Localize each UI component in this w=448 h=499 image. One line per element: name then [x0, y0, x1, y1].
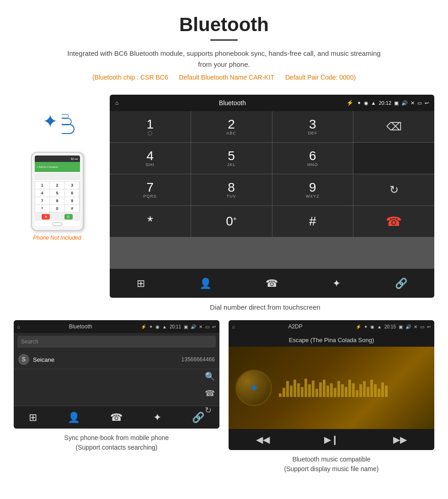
dialpad-backspace[interactable]: ⌫: [353, 111, 434, 142]
phone-not-included-label: Phone Not Included: [33, 235, 81, 241]
dialpad-key-7[interactable]: 7 PQRS: [110, 174, 191, 205]
dialpad-key-1[interactable]: 1 ◯: [110, 111, 191, 142]
pb-link-icon[interactable]: 🔗: [192, 412, 204, 424]
music-screen-title: A2DP: [238, 323, 353, 330]
eq-bar: [323, 380, 325, 397]
dialpad-key-star[interactable]: *: [110, 206, 191, 237]
phone-key-hash[interactable]: #: [65, 205, 80, 212]
eq-bar: [319, 382, 322, 397]
music-loc-icon: ◉: [370, 324, 374, 329]
car-dial-bt-icon[interactable]: ✦: [332, 278, 341, 290]
pb-caption-line1: Sync phone-book from mobile phone: [64, 434, 169, 441]
add-contacts-label: + Add to Contacts: [37, 166, 59, 168]
dialpad-refresh[interactable]: ↻: [353, 174, 434, 205]
eq-bar: [363, 381, 366, 397]
dialpad-key-5[interactable]: 5 JKL: [191, 143, 272, 174]
pb-bottom-bar: ⊞ 👤 ☎ ✦ 🔗: [14, 406, 219, 429]
music-usb-icon: ⚡: [356, 324, 361, 329]
music-vol-icon[interactable]: 🔊: [405, 324, 411, 329]
car-dial-link-icon[interactable]: 🔗: [395, 278, 407, 290]
phone-home-button[interactable]: [52, 222, 62, 226]
car-signal-icon: ▲: [371, 100, 376, 106]
pb-refresh-icon[interactable]: ↻: [205, 405, 215, 415]
phone-key-4[interactable]: 4: [35, 189, 50, 197]
dialpad-key-3[interactable]: 3 DEF: [272, 111, 353, 142]
phone-key-0[interactable]: 0: [50, 205, 64, 212]
eq-bar: [378, 389, 380, 397]
car-back-icon[interactable]: ↩: [425, 100, 429, 106]
phone-key-1[interactable]: 1: [35, 182, 50, 189]
dial-caption: Dial number direct from touchscreen: [96, 303, 434, 311]
phone-key-6[interactable]: 6: [65, 189, 80, 197]
car-bt-status-icon: ✦: [357, 100, 361, 106]
phone-key-9[interactable]: 9: [65, 197, 80, 204]
music-home-icon[interactable]: ⌂: [232, 324, 235, 329]
phone-call-btn[interactable]: ✆: [64, 214, 73, 220]
phone-end-btn[interactable]: ✕: [42, 214, 50, 220]
phone-key-8[interactable]: 8: [50, 197, 64, 204]
main-content: ✦ M ▪▪▪ + Add to Contacts 1 2 3: [0, 95, 448, 298]
eq-bar: [293, 380, 296, 397]
dialpad-key-hash[interactable]: #: [272, 206, 353, 237]
music-next-btn[interactable]: ▶▶: [393, 434, 407, 445]
music-section: ⌂ A2DP ⚡ ✦ ◉ ▲ 20:15 ▣ 🔊 ✕ ▭ ↩ Escape (T…: [229, 320, 434, 474]
car-volume-icon[interactable]: 🔊: [401, 100, 408, 106]
pb-search-icon[interactable]: 🔍: [205, 371, 215, 381]
pb-grid-icon[interactable]: ⊞: [29, 412, 37, 424]
music-album-art: ✦: [235, 370, 272, 406]
phone-bottom-bar: ✕ ✆: [35, 213, 80, 221]
pb-caption-line2: (Support contacts searching): [76, 444, 158, 451]
eq-bar: [290, 386, 293, 397]
phone-key-7[interactable]: 7: [35, 197, 50, 204]
pb-phone-icon[interactable]: ☎: [110, 412, 123, 424]
dialpad-key-8[interactable]: 8 TUV: [191, 174, 272, 205]
bluetooth-signal-icon: ✦: [39, 108, 75, 145]
music-cam-icon[interactable]: ▣: [399, 324, 403, 329]
phone-key-3[interactable]: 3: [65, 182, 80, 189]
pb-person-icon[interactable]: 👤: [68, 412, 80, 424]
car-close-icon[interactable]: ✕: [411, 100, 415, 106]
music-x-icon[interactable]: ✕: [414, 324, 417, 329]
dialpad-key-6[interactable]: 6 MNO: [272, 143, 353, 174]
pb-bt-bottom-icon[interactable]: ✦: [153, 412, 161, 424]
pb-search-bar[interactable]: Search: [17, 336, 216, 348]
car-dial-contact-icon[interactable]: 👤: [199, 278, 212, 290]
pb-home-icon[interactable]: ⌂: [17, 324, 20, 329]
car-screen-icon[interactable]: ▭: [417, 100, 422, 106]
eq-bar: [308, 384, 311, 397]
dialpad-key-4[interactable]: 4 GHI: [110, 143, 191, 174]
eq-bar: [381, 382, 384, 397]
phone-key-2[interactable]: 2: [50, 182, 64, 189]
music-eq-area: [279, 379, 427, 397]
pb-rect-icon[interactable]: ▭: [205, 324, 209, 329]
pb-contact-row[interactable]: S Seicane 13566664466: [14, 350, 219, 369]
music-screen: ⌂ A2DP ⚡ ✦ ◉ ▲ 20:15 ▣ 🔊 ✕ ▭ ↩ Escape (T…: [229, 320, 434, 450]
music-song-area: Escape (The Pina Colada Song): [229, 333, 434, 347]
pb-action-icons: 🔍 ☎ ↻: [205, 371, 215, 415]
spec-chip: (Bluetooth chip : CSR BC6: [92, 74, 168, 81]
car-home-icon[interactable]: ⌂: [115, 100, 118, 106]
phone-key-star[interactable]: *: [35, 205, 50, 212]
phone-key-5[interactable]: 5: [50, 189, 64, 197]
music-rect-icon[interactable]: ▭: [420, 324, 424, 329]
pb-call-icon[interactable]: ☎: [205, 388, 215, 398]
pb-right-actions: 🔍 ☎ ↻: [14, 369, 219, 406]
pb-x-icon[interactable]: ✕: [199, 324, 203, 329]
music-prev-btn[interactable]: ◀◀: [256, 434, 270, 445]
pb-cam-icon[interactable]: ▣: [184, 324, 188, 329]
pb-bt-icon: ✦: [149, 324, 153, 329]
phone-display: [35, 173, 80, 180]
pb-caption: Sync phone-book from mobile phone (Suppo…: [64, 433, 169, 452]
pb-vol-icon[interactable]: 🔊: [191, 324, 196, 329]
music-play-pause-btn[interactable]: ▶❙: [324, 434, 339, 445]
car-dial-grid-icon[interactable]: ⊞: [137, 278, 145, 290]
dialpad-key-2[interactable]: 2 ABC: [191, 111, 272, 142]
music-back-icon[interactable]: ↩: [427, 324, 431, 329]
dialpad-key-9[interactable]: 9 WXYZ: [272, 174, 353, 205]
dialpad-end-call[interactable]: ☎: [353, 206, 434, 237]
pb-back-icon[interactable]: ↩: [212, 324, 216, 329]
eq-bar: [337, 381, 340, 397]
car-camera-icon[interactable]: ▣: [394, 100, 399, 106]
car-dial-phone-icon[interactable]: ☎: [266, 278, 278, 290]
dialpad-key-0[interactable]: 0+: [191, 206, 272, 237]
